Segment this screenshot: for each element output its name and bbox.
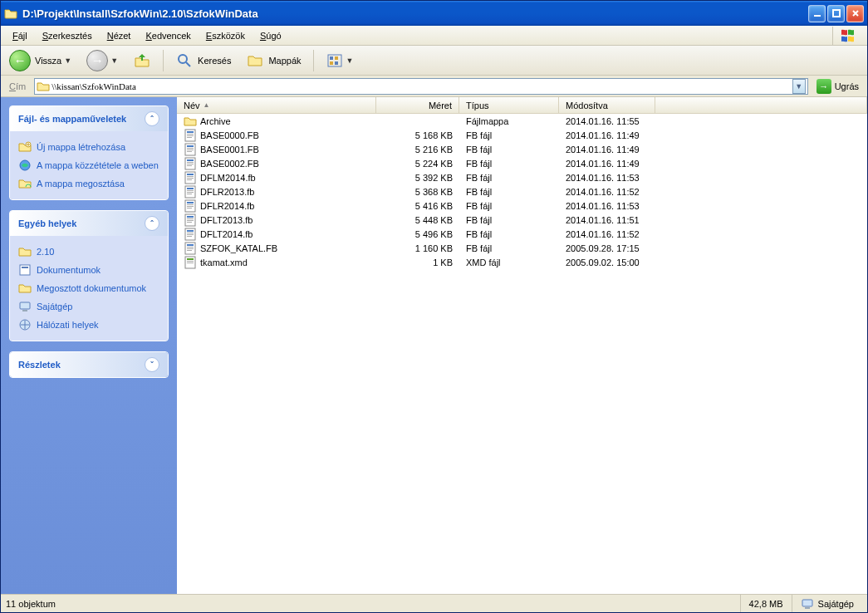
panel-header-tasks[interactable]: Fájl- és mappaműveletek ˆ <box>10 106 168 131</box>
column-name[interactable]: Név ▲ <box>177 97 376 113</box>
file-row[interactable]: DFLM2014.fb 5 392 KB FB fájl 2014.01.16.… <box>177 170 867 184</box>
views-icon <box>326 51 344 70</box>
file-type: FB fájl <box>459 243 559 253</box>
file-modified: 2014.01.16. 11:52 <box>559 187 655 197</box>
file-type: FB fájl <box>459 173 559 183</box>
panel-header-details[interactable]: Részletek ˇ <box>10 352 168 377</box>
file-type: FB fájl <box>459 229 559 239</box>
file-type: XMD fájl <box>459 257 559 267</box>
column-modified[interactable]: Módosítva <box>559 97 655 113</box>
file-modified: 2014.01.16. 11:53 <box>559 173 655 183</box>
svg-rect-51 <box>187 230 194 232</box>
back-button[interactable]: ← Vissza ▼ <box>6 48 75 73</box>
go-button[interactable]: → Ugrás <box>812 77 864 96</box>
minimize-button[interactable] <box>808 5 826 22</box>
file-row[interactable]: tkamat.xmd 1 KB XMD fájl 2005.09.02. 15:… <box>177 255 867 269</box>
column-type[interactable]: Típus <box>459 97 559 113</box>
status-size: 42,8 MB <box>740 595 792 612</box>
menu-view[interactable]: Nézet <box>101 28 138 43</box>
address-bar: Cím ▼ → Ugrás <box>1 76 867 97</box>
column-size[interactable]: Méret <box>376 97 459 113</box>
place-icon <box>18 263 32 277</box>
svg-rect-54 <box>187 236 192 237</box>
svg-rect-10 <box>20 265 30 275</box>
maximize-button[interactable] <box>827 5 845 22</box>
file-row[interactable]: DFLR2014.fb 5 416 KB FB fájl 2014.01.16.… <box>177 199 867 213</box>
file-name: BASE0000.FB <box>200 130 259 140</box>
views-button[interactable]: ▼ <box>322 50 357 71</box>
svg-rect-32 <box>187 176 194 177</box>
chevron-down-icon[interactable]: ˇ <box>145 357 159 372</box>
folder-icon <box>37 80 50 93</box>
svg-rect-33 <box>187 178 194 179</box>
panel-header-places[interactable]: Egyéb helyek ˆ <box>10 211 168 236</box>
up-button[interactable] <box>130 50 154 71</box>
sidebar-task-link[interactable]: A mappa megosztása <box>18 174 159 193</box>
back-dropdown-icon[interactable]: ▼ <box>64 56 71 65</box>
sidebar-task-link[interactable]: A mappa közzététele a weben <box>18 156 159 174</box>
menu-help[interactable]: Súgó <box>253 28 288 43</box>
sidebar-place-link[interactable]: Megosztott dokumentumok <box>18 279 159 297</box>
file-row[interactable]: DFLT2013.fb 5 448 KB FB fájl 2014.01.16.… <box>177 213 867 227</box>
search-button[interactable]: Keresés <box>172 50 234 71</box>
file-list[interactable]: Archive Fájlmappa 2014.01.16. 11:55 BASE… <box>177 114 867 594</box>
forward-dropdown-icon[interactable]: ▼ <box>110 56 118 65</box>
file-row[interactable]: Archive Fájlmappa 2014.01.16. 11:55 <box>177 114 867 128</box>
folders-label: Mappák <box>268 56 301 66</box>
file-row[interactable]: BASE0001.FB 5 216 KB FB fájl 2014.01.16.… <box>177 142 867 156</box>
address-input[interactable] <box>50 81 792 92</box>
address-dropdown-icon[interactable]: ▼ <box>792 79 806 94</box>
place-icon <box>18 318 32 331</box>
file-modified: 2014.01.16. 11:53 <box>559 201 655 211</box>
folder-icon <box>4 7 17 20</box>
chevron-up-icon[interactable]: ˆ <box>145 111 159 126</box>
close-button[interactable] <box>846 5 864 22</box>
svg-rect-61 <box>187 258 194 260</box>
file-row[interactable]: SZFOK_KATAL.FB 1 160 KB FB fájl 2005.09.… <box>177 241 867 255</box>
file-row[interactable]: BASE0000.FB 5 168 KB FB fájl 2014.01.16.… <box>177 128 867 142</box>
sidebar-place-link[interactable]: Sajátgép <box>18 297 159 316</box>
body-area: Fájl- és mappaműveletek ˆ Új mappa létre… <box>1 97 867 594</box>
titlebar[interactable]: D:\Projekt\Install\SzfokWin\2.10\SzfokWi… <box>1 1 867 26</box>
folders-button[interactable]: Mappák <box>243 50 304 71</box>
back-label: Vissza <box>35 56 61 66</box>
file-size: 5 392 KB <box>376 173 459 183</box>
file-icon <box>184 242 197 255</box>
file-name: BASE0001.FB <box>200 145 259 154</box>
forward-arrow-icon: → <box>86 50 108 71</box>
toolbar: ← Vissza ▼ → ▼ Keresés Mappák <box>1 46 867 76</box>
sidebar-place-link[interactable]: Dokumentumok <box>18 261 159 279</box>
svg-rect-49 <box>187 222 192 223</box>
file-row[interactable]: DFLR2013.fb 5 368 KB FB fájl 2014.01.16.… <box>177 184 867 199</box>
sidebar-place-link[interactable]: 2.10 <box>18 243 159 261</box>
views-dropdown-icon[interactable]: ▼ <box>346 56 354 65</box>
address-box[interactable]: ▼ <box>34 78 807 95</box>
svg-rect-52 <box>187 233 194 233</box>
svg-rect-28 <box>187 164 194 164</box>
list-pane: Név ▲ Méret Típus Módosítva Archive Fájl… <box>177 97 867 594</box>
column-extra[interactable] <box>655 97 867 113</box>
file-modified: 2014.01.16. 11:55 <box>559 116 655 126</box>
svg-rect-62 <box>187 261 194 262</box>
chevron-up-icon[interactable]: ˆ <box>145 216 159 231</box>
address-label: Cím <box>4 81 31 91</box>
svg-rect-27 <box>187 162 194 163</box>
panel-title: Egyéb helyek <box>18 218 76 228</box>
windows-flag-icon <box>832 27 862 45</box>
file-row[interactable]: DFLT2014.fb 5 496 KB FB fájl 2014.01.16.… <box>177 227 867 241</box>
file-row[interactable]: BASE0002.FB 5 224 KB FB fájl 2014.01.16.… <box>177 156 867 170</box>
file-type: FB fájl <box>459 159 559 169</box>
svg-rect-65 <box>805 607 810 609</box>
task-label: Új mappa létrehozása <box>37 142 125 152</box>
menu-edit[interactable]: Szerkesztés <box>36 28 99 43</box>
sidebar-task-link[interactable]: Új mappa létrehozása <box>18 138 159 156</box>
menu-file[interactable]: Fájl <box>6 28 34 43</box>
file-size: 5 496 KB <box>376 229 459 239</box>
place-label: Dokumentumok <box>37 265 101 275</box>
file-modified: 2005.09.28. 17:15 <box>559 243 655 253</box>
sidebar-place-link[interactable]: Hálózati helyek <box>18 316 159 334</box>
forward-button[interactable]: → ▼ <box>83 48 121 73</box>
menu-favorites[interactable]: Kedvencek <box>139 28 197 43</box>
file-name: DFLM2014.fb <box>200 173 256 183</box>
menu-tools[interactable]: Eszközök <box>199 28 252 43</box>
